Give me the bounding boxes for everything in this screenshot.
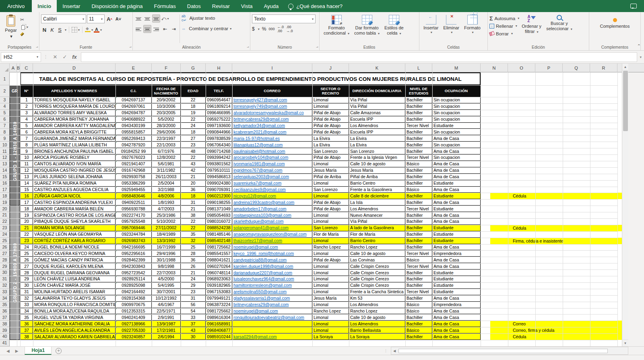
column-header-K[interactable]: K [349, 64, 405, 72]
cell-ci[interactable]: 0940241409 [116, 314, 152, 321]
cell-nivel[interactable]: Tercer Nivel [405, 250, 432, 257]
cell-nivel[interactable]: Bachiller [405, 314, 432, 321]
cell-n[interactable]: 27 [20, 263, 33, 269]
cell-n[interactable]: 14 [20, 180, 33, 187]
cell-ci[interactable]: 0942694787 [116, 110, 152, 116]
cell-fecha[interactable]: 27/11/2002 [152, 225, 181, 231]
name-box[interactable]: H52▾ [1, 52, 41, 62]
cell-correo[interactable]: noemirugel@gmail.com [232, 308, 312, 315]
cell-ci[interactable]: 0909970675 [116, 302, 152, 308]
cell-ci[interactable]: 0912353315 [116, 308, 152, 315]
row-header-39[interactable]: 39 [0, 327, 9, 333]
header-cell[interactable]: DIRECCIÓN DOMICILIARIA [349, 85, 405, 97]
cell-n[interactable]: 10 [20, 154, 33, 161]
cell-ci[interactable]: 0953386299 [116, 180, 152, 187]
cell-fecha[interactable]: 25/3/1986 [152, 212, 181, 218]
cell-direccion[interactable]: Nuevo Amanecer [349, 212, 405, 218]
cell-ocupacion[interactable]: Sin ocupacion [432, 116, 481, 123]
cell-ocupacion[interactable]: Sin ocupacion [432, 110, 481, 116]
cell-direccion[interactable]: La Elvira [349, 142, 405, 148]
row-header-12[interactable]: 12 [0, 154, 9, 161]
cell-fecha[interactable]: 2/6/1994 [152, 333, 181, 340]
row-header-24[interactable]: 24 [0, 231, 9, 238]
cell-sector[interactable]: Limonal [312, 282, 349, 289]
cell-sector[interactable]: Jesus María [312, 295, 349, 302]
cell-n[interactable]: 11 [20, 161, 33, 167]
cell-ci[interactable]: 0922705330 [116, 327, 152, 333]
row-header-33[interactable]: 33 [0, 289, 9, 295]
percent-format-icon[interactable]: % [262, 26, 266, 32]
cell-n[interactable]: 36 [20, 321, 33, 327]
increase-font-icon[interactable]: A [105, 15, 114, 23]
cell-ci[interactable]: 0952269413 [116, 135, 152, 142]
cell-correo[interactable]: britneycabrera29@gmail.com [232, 302, 312, 308]
cell-direccion[interactable]: Frente a la Gasolinera [349, 187, 405, 193]
cell-ocupacion[interactable]: Estudiante [432, 276, 481, 282]
prev-sheet-icon[interactable]: ◀ [6, 349, 10, 353]
cell-correo[interactable]: britneycabrera29@gmail.com [232, 116, 312, 123]
cell-ocupacion[interactable]: Ama de Casa [432, 135, 481, 142]
cell-sector[interactable]: Limonal [312, 161, 349, 167]
cell-edad[interactable]: 48 [181, 148, 206, 154]
paste-button[interactable]: Pegar▾ [2, 14, 20, 44]
cell-telf[interactable]: 0961809214 [206, 103, 232, 110]
row-header-38[interactable]: 38 [0, 321, 9, 327]
email-link[interactable]: ceciliaanzules9@gmail.com [233, 187, 286, 192]
autosum-button[interactable]: ΣAutosuma▾ [489, 14, 519, 22]
cell-correo[interactable]: skarlethduque@gmail.com [232, 218, 312, 225]
cell-direccion[interactable]: Calle Crispin Cerezo [349, 263, 405, 269]
email-link[interactable]: ronquillojuradoevabeatriz@gmail.com [233, 315, 304, 320]
cell-nivel[interactable]: Bachiller [405, 276, 432, 282]
cell-nombre[interactable]: DUQUE RUGEL KAROLEN MILENA [33, 263, 116, 269]
cell-nivel[interactable]: Bachiller [405, 180, 432, 187]
cell-telf[interactable]: 0981485146 [206, 231, 232, 238]
cell-ocupacion[interactable]: Sin ocupacion [432, 142, 481, 148]
cell-n[interactable]: 15 [20, 187, 33, 193]
cell-edad[interactable]: 36 [181, 257, 206, 263]
cell-n[interactable]: 30 [20, 282, 33, 289]
row-header-28[interactable]: 28 [0, 257, 9, 263]
conditional-formatting-button[interactable]: Formatocondicional ▾ [321, 14, 352, 44]
email-link[interactable]: anageomayravasquezleon@gmail.com [233, 232, 307, 237]
cell-nivel[interactable]: Bachiller [405, 135, 432, 142]
merge-center-button[interactable]: ⇔ Combinar y centrar▾ [182, 24, 231, 33]
select-all-corner[interactable] [0, 64, 10, 72]
cell-n[interactable]: 2 [20, 103, 33, 110]
cell-correo[interactable]: karolen.duque1998@gmail.com [232, 263, 312, 269]
row-header-4[interactable]: 4 [0, 103, 9, 110]
cell-nombre[interactable]: MOLINA HURTADO ARELIS ISAMAR [33, 289, 116, 295]
cell-ci[interactable]: 0942697061 [116, 103, 152, 110]
cell-edad[interactable]: 43 [181, 327, 206, 333]
note-strip[interactable]: Cédula [490, 333, 622, 340]
cut-button[interactable]: ✂ [20, 16, 28, 23]
cell-nivel[interactable]: Básico [405, 257, 432, 263]
cell-direccion[interactable]: Los Almendros [349, 206, 405, 212]
cell-telf[interactable]: 0985910244 [206, 333, 232, 340]
cell-nombre[interactable]: CORTÉZ CORTÉZ KARLA ROSARIO [33, 238, 116, 244]
cell-sector[interactable]: Rancho Lopez [312, 244, 349, 251]
cell-ci[interactable]: 0942697137 [116, 97, 152, 103]
cell-telf[interactable]: 0990844966 [206, 129, 232, 135]
cell-fecha[interactable]: 30/1/1988 [152, 257, 181, 263]
email-link[interactable]: keyco_1996_romi@hotmail.com [233, 251, 294, 256]
cell-n[interactable]: 18 [20, 206, 33, 212]
cancel-entry-icon[interactable]: ✕ [50, 54, 60, 60]
vertical-scrollbar[interactable]: ▲ ▼ [622, 64, 628, 346]
cell-nombre[interactable]: ALVARADO TORRES AMY WALESKA [33, 110, 116, 116]
cell-nivel[interactable]: Tercer Nivel [405, 206, 432, 212]
cell-ocupacion[interactable]: Ama de Casa [432, 218, 481, 225]
cell-fecha[interactable]: 22/5/1971 [152, 308, 181, 315]
cell-nivel[interactable]: Bachiller [405, 231, 432, 238]
cell-fecha[interactable]: 13/9/1987 [152, 321, 181, 327]
header-cell[interactable]: EDAD [181, 85, 206, 97]
email-link[interactable]: noemirugel@gmail.com [233, 309, 278, 313]
cell-ci[interactable]: 09184252 99 [116, 148, 152, 154]
cell-n[interactable]: 1 [20, 97, 33, 103]
cell-telf[interactable]: 0990198255 [206, 199, 232, 206]
tab-formulas[interactable]: Fórmulas [149, 0, 182, 12]
email-link[interactable]: maria-15-97@hotmail.es [233, 136, 280, 141]
row-header-16[interactable]: 16 [0, 180, 9, 187]
cell-fecha[interactable]: 28/3/2000 [152, 123, 181, 129]
cell-fecha[interactable]: 3/2/1988 [152, 187, 181, 193]
cell-nombre[interactable]: AMADOR CABRERA KATTY MAGDALENA [33, 123, 116, 129]
